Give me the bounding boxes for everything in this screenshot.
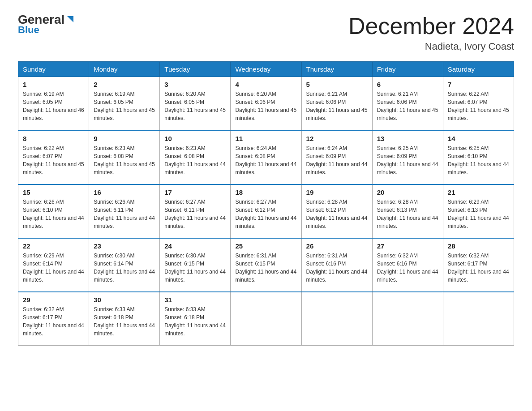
calendar-cell: 20Sunrise: 6:28 AMSunset: 6:13 PMDayligh… [372,184,443,238]
day-info: Sunrise: 6:27 AMSunset: 6:12 PMDaylight:… [235,198,296,230]
calendar-cell: 15Sunrise: 6:26 AMSunset: 6:10 PMDayligh… [18,184,89,238]
day-number: 11 [235,135,296,142]
calendar-week-row: 1Sunrise: 6:19 AMSunset: 6:05 PMDaylight… [18,77,514,131]
calendar-cell: 16Sunrise: 6:26 AMSunset: 6:11 PMDayligh… [89,184,160,238]
day-info: Sunrise: 6:32 AMSunset: 6:17 PMDaylight:… [23,305,84,338]
calendar-cell: 1Sunrise: 6:19 AMSunset: 6:05 PMDaylight… [18,77,89,131]
svg-marker-0 [67,16,73,22]
day-info: Sunrise: 6:29 AMSunset: 6:13 PMDaylight:… [448,198,509,230]
calendar-cell: 3Sunrise: 6:20 AMSunset: 6:05 PMDaylight… [160,77,231,131]
day-info: Sunrise: 6:23 AMSunset: 6:08 PMDaylight:… [94,144,155,176]
day-number: 23 [94,242,155,250]
day-info: Sunrise: 6:26 AMSunset: 6:10 PMDaylight:… [23,198,84,230]
calendar-week-row: 8Sunrise: 6:22 AMSunset: 6:07 PMDaylight… [18,131,514,184]
day-info: Sunrise: 6:30 AMSunset: 6:14 PMDaylight:… [94,252,155,284]
day-info: Sunrise: 6:20 AMSunset: 6:05 PMDaylight:… [164,90,226,122]
day-info: Sunrise: 6:28 AMSunset: 6:12 PMDaylight:… [306,198,368,230]
calendar-cell: 13Sunrise: 6:25 AMSunset: 6:09 PMDayligh… [372,131,443,184]
day-info: Sunrise: 6:27 AMSunset: 6:11 PMDaylight:… [164,198,226,230]
day-info: Sunrise: 6:24 AMSunset: 6:08 PMDaylight:… [235,144,296,176]
calendar-cell: 10Sunrise: 6:23 AMSunset: 6:08 PMDayligh… [160,131,231,184]
weekday-header-friday: Friday [372,62,443,77]
day-info: Sunrise: 6:30 AMSunset: 6:15 PMDaylight:… [164,252,226,284]
day-number: 8 [23,135,84,142]
day-info: Sunrise: 6:25 AMSunset: 6:09 PMDaylight:… [377,144,438,176]
day-info: Sunrise: 6:25 AMSunset: 6:10 PMDaylight:… [448,144,509,176]
weekday-header-wednesday: Wednesday [231,62,301,77]
day-number: 3 [164,81,226,88]
day-info: Sunrise: 6:21 AMSunset: 6:06 PMDaylight:… [306,90,368,122]
calendar-cell: 26Sunrise: 6:31 AMSunset: 6:16 PMDayligh… [301,238,372,292]
calendar-cell: 30Sunrise: 6:33 AMSunset: 6:18 PMDayligh… [89,292,160,346]
calendar-cell: 12Sunrise: 6:24 AMSunset: 6:09 PMDayligh… [301,131,372,184]
day-info: Sunrise: 6:26 AMSunset: 6:11 PMDaylight:… [94,198,155,230]
day-number: 7 [448,81,509,88]
title-section: December 2024 Nadieta, Ivory Coast [348,13,514,52]
page-header: General Blue December 2024 Nadieta, Ivor… [18,13,514,52]
calendar-cell [301,292,372,346]
day-info: Sunrise: 6:22 AMSunset: 6:07 PMDaylight:… [448,90,509,122]
calendar-cell: 24Sunrise: 6:30 AMSunset: 6:15 PMDayligh… [160,238,231,292]
calendar-cell: 7Sunrise: 6:22 AMSunset: 6:07 PMDaylight… [443,77,514,131]
weekday-header-monday: Monday [89,62,160,77]
calendar-cell: 23Sunrise: 6:30 AMSunset: 6:14 PMDayligh… [89,238,160,292]
day-number: 17 [164,188,226,196]
day-number: 5 [306,81,368,88]
logo: General Blue [18,13,75,36]
calendar-cell: 2Sunrise: 6:19 AMSunset: 6:05 PMDaylight… [89,77,160,131]
calendar-cell [231,292,301,346]
day-number: 29 [23,296,84,304]
weekday-header-sunday: Sunday [18,62,89,77]
day-number: 14 [448,135,509,142]
calendar-cell: 14Sunrise: 6:25 AMSunset: 6:10 PMDayligh… [443,131,514,184]
day-number: 18 [235,188,296,196]
calendar-cell: 27Sunrise: 6:32 AMSunset: 6:16 PMDayligh… [372,238,443,292]
day-info: Sunrise: 6:31 AMSunset: 6:15 PMDaylight:… [235,252,296,284]
day-number: 6 [377,81,438,88]
day-number: 24 [164,242,226,250]
calendar-cell: 17Sunrise: 6:27 AMSunset: 6:11 PMDayligh… [160,184,231,238]
day-info: Sunrise: 6:19 AMSunset: 6:05 PMDaylight:… [23,90,84,122]
day-info: Sunrise: 6:32 AMSunset: 6:16 PMDaylight:… [377,252,438,284]
calendar-week-row: 15Sunrise: 6:26 AMSunset: 6:10 PMDayligh… [18,184,514,238]
calendar-table: SundayMondayTuesdayWednesdayThursdayFrid… [18,61,514,346]
day-number: 9 [94,135,155,142]
calendar-cell: 19Sunrise: 6:28 AMSunset: 6:12 PMDayligh… [301,184,372,238]
day-info: Sunrise: 6:21 AMSunset: 6:06 PMDaylight:… [377,90,438,122]
weekday-header-saturday: Saturday [443,62,514,77]
day-info: Sunrise: 6:23 AMSunset: 6:08 PMDaylight:… [164,144,226,176]
calendar-cell: 9Sunrise: 6:23 AMSunset: 6:08 PMDaylight… [89,131,160,184]
day-number: 12 [306,135,368,142]
calendar-cell: 29Sunrise: 6:32 AMSunset: 6:17 PMDayligh… [18,292,89,346]
calendar-cell: 8Sunrise: 6:22 AMSunset: 6:07 PMDaylight… [18,131,89,184]
logo-triangle-icon [65,14,75,24]
day-info: Sunrise: 6:33 AMSunset: 6:18 PMDaylight:… [94,305,155,338]
weekday-header-thursday: Thursday [301,62,372,77]
day-number: 25 [235,242,296,250]
day-info: Sunrise: 6:32 AMSunset: 6:17 PMDaylight:… [448,252,509,284]
calendar-cell: 22Sunrise: 6:29 AMSunset: 6:14 PMDayligh… [18,238,89,292]
month-title: December 2024 [348,13,514,39]
day-number: 30 [94,296,155,304]
day-info: Sunrise: 6:20 AMSunset: 6:06 PMDaylight:… [235,90,296,122]
weekday-header-tuesday: Tuesday [160,62,231,77]
day-number: 26 [306,242,368,250]
day-number: 20 [377,188,438,196]
day-number: 15 [23,188,84,196]
day-info: Sunrise: 6:31 AMSunset: 6:16 PMDaylight:… [306,252,368,284]
calendar-cell: 31Sunrise: 6:33 AMSunset: 6:18 PMDayligh… [160,292,231,346]
day-info: Sunrise: 6:19 AMSunset: 6:05 PMDaylight:… [94,90,155,122]
day-info: Sunrise: 6:33 AMSunset: 6:18 PMDaylight:… [164,305,226,338]
calendar-header-row: SundayMondayTuesdayWednesdayThursdayFrid… [18,62,514,77]
calendar-cell: 4Sunrise: 6:20 AMSunset: 6:06 PMDaylight… [231,77,301,131]
calendar-week-row: 29Sunrise: 6:32 AMSunset: 6:17 PMDayligh… [18,292,514,346]
calendar-cell [372,292,443,346]
day-info: Sunrise: 6:29 AMSunset: 6:14 PMDaylight:… [23,252,84,284]
day-number: 1 [23,81,84,88]
day-number: 13 [377,135,438,142]
day-number: 2 [94,81,155,88]
calendar-cell: 21Sunrise: 6:29 AMSunset: 6:13 PMDayligh… [443,184,514,238]
calendar-cell [443,292,514,346]
day-info: Sunrise: 6:22 AMSunset: 6:07 PMDaylight:… [23,144,84,176]
calendar-cell: 5Sunrise: 6:21 AMSunset: 6:06 PMDaylight… [301,77,372,131]
